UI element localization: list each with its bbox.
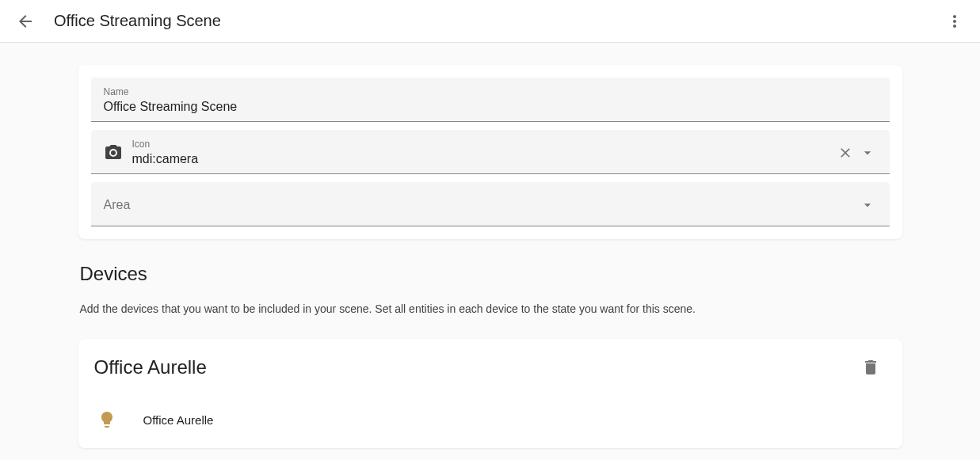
chevron-down-icon: [860, 197, 875, 213]
entity-name: Office Aurelle: [143, 413, 214, 427]
camera-icon: [104, 143, 123, 162]
icon-label: Icon: [132, 138, 836, 150]
arrow-left-icon: [16, 12, 35, 31]
area-field[interactable]: Area: [91, 182, 890, 226]
icon-field[interactable]: Icon: [91, 130, 890, 174]
device-card: Office Aurelle Office Aurelle: [78, 339, 902, 448]
main-content: Name Icon Area: [78, 43, 902, 460]
devices-section-description: Add the devices that you want to be incl…: [78, 301, 902, 317]
page-title: Office Streaming Scene: [54, 12, 939, 30]
entity-row[interactable]: Office Aurelle: [94, 407, 887, 432]
area-label: Area: [104, 198, 131, 212]
more-menu-button[interactable]: [939, 6, 970, 37]
delete-device-button[interactable]: [855, 352, 887, 383]
close-icon: [837, 145, 853, 161]
back-button[interactable]: [10, 6, 41, 37]
icon-input[interactable]: [132, 150, 836, 168]
more-vert-icon: [945, 12, 964, 31]
clear-icon-button[interactable]: [836, 143, 855, 162]
chevron-down-icon: [860, 145, 875, 161]
icon-dropdown-button[interactable]: [858, 143, 877, 162]
name-field[interactable]: Name: [91, 78, 890, 122]
trash-icon: [861, 358, 880, 377]
device-title: Office Aurelle: [94, 356, 207, 378]
devices-section-title: Devices: [78, 263, 902, 285]
lightbulb-icon: [97, 410, 116, 429]
name-label: Name: [104, 86, 877, 98]
area-dropdown-button[interactable]: [858, 196, 877, 215]
name-input[interactable]: [104, 98, 877, 116]
app-header: Office Streaming Scene: [0, 0, 980, 43]
scene-settings-card: Name Icon Area: [78, 65, 902, 239]
